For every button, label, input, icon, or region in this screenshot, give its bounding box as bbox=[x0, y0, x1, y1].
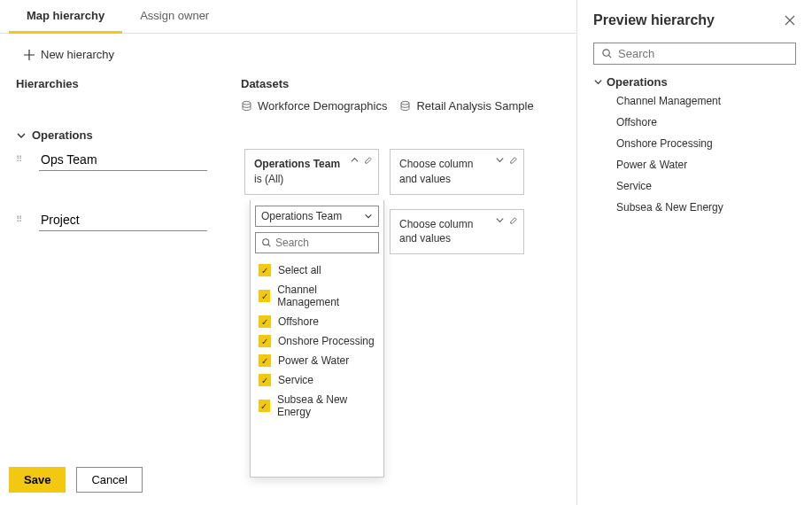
column-filter-box[interactable]: Choose column and values bbox=[390, 209, 524, 255]
level-name-input[interactable] bbox=[39, 209, 207, 231]
search-icon bbox=[601, 48, 613, 59]
close-icon[interactable] bbox=[784, 14, 796, 27]
column-select-value: Operations Team bbox=[261, 210, 342, 222]
dataset-name: Retail Analysis Sample bbox=[416, 99, 533, 113]
checkbox-checked-icon: ✓ bbox=[259, 290, 270, 302]
tree-leaf[interactable]: Subsea & New Energy bbox=[616, 197, 796, 218]
chevron-down-icon[interactable] bbox=[495, 215, 505, 225]
new-hierarchy-button[interactable]: New hierarchy bbox=[16, 44, 121, 65]
option-label: Subsea & New Energy bbox=[277, 393, 375, 418]
new-hierarchy-label: New hierarchy bbox=[41, 48, 114, 61]
tree-leaf[interactable]: Power & Water bbox=[616, 154, 796, 175]
column-subtitle: is (All) bbox=[254, 173, 283, 185]
chevron-down-icon bbox=[593, 77, 603, 87]
tabs-row: Map hierarchy Assign owner bbox=[0, 0, 576, 34]
tree-leaf[interactable]: Service bbox=[616, 175, 796, 197]
checkbox-checked-icon: ✓ bbox=[259, 354, 271, 367]
chevron-up-icon[interactable] bbox=[350, 155, 360, 165]
column-placeholder: Choose column bbox=[399, 158, 473, 170]
filter-option[interactable]: ✓Power & Water bbox=[255, 351, 379, 370]
svg-point-1 bbox=[401, 101, 409, 105]
plus-icon bbox=[23, 49, 35, 61]
dataset-icon bbox=[399, 100, 411, 112]
column-filter-dropdown: Operations Team ✓ Select all ✓Channel Ma… bbox=[250, 200, 384, 478]
option-label: Service bbox=[278, 374, 313, 386]
filter-option[interactable]: ✓Subsea & New Energy bbox=[255, 390, 379, 422]
column-select[interactable]: Operations Team bbox=[255, 206, 379, 227]
column-placeholder: and values bbox=[399, 232, 451, 245]
checkbox-checked-icon: ✓ bbox=[259, 374, 271, 386]
tree-leaf[interactable]: Channel Management bbox=[616, 90, 796, 112]
erase-icon[interactable] bbox=[363, 155, 373, 165]
filter-option[interactable]: ✓Channel Management bbox=[255, 280, 379, 312]
column-filter-box[interactable]: Choose column and values bbox=[390, 149, 524, 195]
cancel-button[interactable]: Cancel bbox=[76, 467, 142, 493]
header-hierarchies: Hierarchies bbox=[16, 72, 237, 116]
chevron-down-icon bbox=[16, 130, 27, 141]
header-datasets: Datasets bbox=[241, 72, 561, 96]
tree-root-toggle[interactable]: Operations bbox=[593, 74, 796, 90]
column-title: Operations Team bbox=[254, 158, 340, 170]
option-label: Offshore bbox=[278, 315, 319, 328]
filter-option[interactable]: ✓Offshore bbox=[255, 312, 379, 331]
checkbox-checked-icon: ✓ bbox=[259, 335, 271, 347]
chevron-down-icon[interactable] bbox=[495, 155, 505, 165]
search-icon bbox=[261, 237, 272, 248]
level-row: ⠿ Operations Team is (All) Choose column… bbox=[16, 149, 561, 195]
option-label: Onshore Processing bbox=[278, 335, 375, 347]
filter-option[interactable]: ✓Service bbox=[255, 370, 379, 390]
dataset-name: Workforce Demographics bbox=[258, 99, 387, 113]
svg-point-3 bbox=[603, 50, 609, 56]
dataset-chip[interactable]: Retail Analysis Sample bbox=[399, 99, 533, 113]
checkbox-checked-icon: ✓ bbox=[259, 264, 271, 276]
tab-assign-owner[interactable]: Assign owner bbox=[122, 0, 227, 33]
preview-search-box[interactable] bbox=[593, 43, 796, 65]
preview-search-input[interactable] bbox=[618, 47, 788, 60]
erase-icon[interactable] bbox=[508, 215, 518, 225]
group-name: Operations bbox=[32, 128, 93, 142]
filter-search-box[interactable] bbox=[255, 232, 379, 253]
drag-handle-icon[interactable]: ⠿ bbox=[16, 149, 28, 164]
preview-title: Preview hierarchy bbox=[593, 12, 715, 28]
drag-handle-icon[interactable]: ⠿ bbox=[16, 209, 28, 224]
tree-root-label: Operations bbox=[607, 75, 668, 89]
checkbox-checked-icon: ✓ bbox=[259, 315, 271, 328]
option-label: Channel Management bbox=[277, 284, 375, 308]
select-all-option[interactable]: ✓ Select all bbox=[255, 260, 379, 280]
option-label: Power & Water bbox=[278, 354, 349, 367]
tab-map-hierarchy[interactable]: Map hierarchy bbox=[9, 0, 122, 34]
dataset-chip[interactable]: Workforce Demographics bbox=[241, 99, 387, 113]
svg-point-2 bbox=[263, 239, 269, 245]
filter-option[interactable]: ✓Onshore Processing bbox=[255, 331, 379, 351]
filter-search-input[interactable] bbox=[275, 237, 373, 249]
checkbox-checked-icon: ✓ bbox=[259, 400, 270, 412]
svg-point-0 bbox=[243, 101, 251, 105]
column-placeholder: and values bbox=[399, 173, 451, 185]
column-filter-box[interactable]: Operations Team is (All) bbox=[244, 149, 379, 195]
column-placeholder: Choose column bbox=[399, 218, 473, 230]
group-toggle[interactable]: Operations bbox=[16, 116, 561, 149]
dataset-icon bbox=[241, 100, 252, 112]
erase-icon[interactable] bbox=[508, 155, 518, 165]
tree-leaf[interactable]: Onshore Processing bbox=[616, 133, 796, 154]
save-button[interactable]: Save bbox=[9, 467, 66, 493]
select-all-label: Select all bbox=[278, 264, 321, 276]
level-name-input[interactable] bbox=[39, 149, 207, 171]
tree-leaf[interactable]: Offshore bbox=[616, 112, 796, 133]
chevron-down-icon bbox=[364, 212, 373, 221]
